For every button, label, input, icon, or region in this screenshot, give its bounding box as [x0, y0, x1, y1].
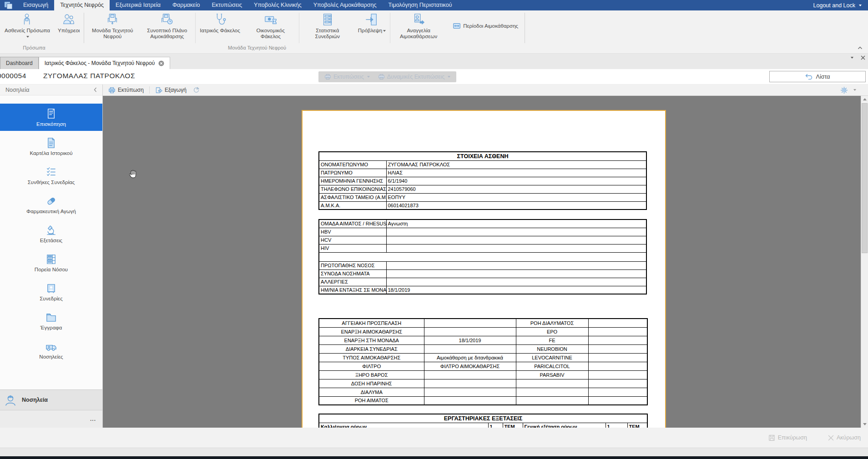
sidebar-item-farmakeutiki-agogi[interactable]: Φαρμακευτική Αγωγή — [0, 191, 102, 218]
table-row: ΗΜΕΡΟΜΗΝΙΑ ΓΕΝΝΗΣΗΣ6/1/1940 — [319, 177, 646, 185]
session-stats-button[interactable]: Στατιστικά Συνεδριών — [300, 12, 355, 44]
medical-info-table: ΟΜΑΔΑ ΑΙΜΑΤΟΣ / RHESUSΑγνωστη HBV HCV HI… — [318, 219, 647, 294]
menu-tab-farmakeio[interactable]: Φαρμακείο — [167, 0, 206, 10]
table-row: ΠΡΩΤΟΠΑΘΗΣ ΝΟΣΟΣ — [319, 261, 646, 269]
ribbon-collapse-chevron-icon[interactable] — [858, 43, 863, 51]
menu-tab-texnitos-nefros[interactable]: Τεχνητός Νεφρός — [54, 0, 110, 10]
table-title: ΕΡΓΑΣΤΗΡΙΑΚΕΣ ΕΞΕΤΑΣΕΙΣ — [319, 414, 647, 423]
forecast-button[interactable]: Πρόβλεψη — [355, 12, 389, 44]
dropdown-caret-icon — [367, 76, 370, 78]
menu-tab-ektyposeis[interactable]: Εκτυπώσεις — [206, 0, 248, 10]
ribbon-divider — [299, 13, 299, 43]
report-viewer[interactable]: ΣΤΟΙΧΕΙΑ ΑΣΘΕΝΗ ΟΝΟΜΑΤΕΠΩΝΥΜΟΖΥΓΟΜΑΛΑΣ Π… — [103, 96, 868, 428]
ribbon-divider — [195, 13, 196, 43]
tab-list-dropdown-icon[interactable] — [851, 57, 853, 59]
tab-medical-file[interactable]: Ιατρικός Φάκελος - Μονάδα Τεχνητού Νεφρο… — [39, 57, 171, 69]
refresh-icon[interactable] — [191, 85, 202, 95]
ribbon: Ασθενείς Πρόσωπα Υπόχρεοι Μονάδα Τεχνητο… — [0, 10, 868, 54]
hospitalizations-icon — [45, 340, 57, 353]
session-stats-icon — [321, 13, 334, 26]
bottom-strip — [0, 456, 868, 459]
print-actions-disabled: Εκτυπώσεις Δυναμικές Εκτυπώσεις — [318, 71, 456, 82]
ribbon-group-label: Πρόσωπα — [0, 45, 68, 50]
button-label: Ιατρικός Φάκελος — [200, 28, 240, 33]
dialysis-announcement-icon — [412, 13, 425, 26]
sidebar-item-nosileies[interactable]: Νοσηλείες — [0, 336, 102, 364]
scroll-down-icon[interactable] — [861, 421, 868, 428]
sidebar-item-kartela-istorikou[interactable]: Καρτέλα Ιστορικού — [0, 133, 102, 160]
printer-icon — [378, 74, 385, 80]
button-label: Οικονομικός Φάκελος — [257, 28, 285, 39]
button-label: Δυναμικές Εκτυπώσεις — [387, 74, 445, 80]
table-row: ΑΓΓΕΙΑΚΗ ΠΡΟΣΠΕΛΑΣΗΡΟΗ ΔΙΑΛΥΜΑΤΟΣ — [319, 319, 647, 327]
sidebar-item-label: Πορεία Νόσου — [35, 267, 68, 272]
menu-tab-exoterika-iatreia[interactable]: Εξωτερικά Ιατρεία — [110, 0, 167, 10]
financial-file-button[interactable]: Οικονομικός Φάκελος — [243, 12, 298, 44]
financial-file-icon — [264, 13, 278, 26]
sidebar-item-exetaseis[interactable]: Εξετάσεις — [0, 220, 102, 247]
app-icon[interactable] — [0, 0, 17, 10]
button-label: Πρόβλεψη — [358, 28, 382, 33]
lab-tests-icon — [45, 224, 57, 236]
close-document-icon[interactable] — [861, 55, 865, 60]
sidebar-item-label: Έγγραφα — [40, 325, 62, 330]
dialysis-unit-button[interactable]: Μονάδα Τεχνητού Νεφρού — [85, 12, 140, 44]
dynamic-prints-button[interactable]: Δυναμικές Εκτυπώσεις — [374, 74, 455, 80]
sidebar-nav: Επισκόπηση Καρτέλα Ιστορικού Συνθήκες Συ… — [0, 104, 102, 365]
disease-course-icon — [45, 253, 57, 265]
report-page: ΣΤΟΙΧΕΙΑ ΑΣΘΕΝΗ ΟΝΟΜΑΤΕΠΩΝΥΜΟΖΥΓΟΜΑΛΑΣ Π… — [302, 110, 666, 428]
sidebar-item-synthikes-synedrias[interactable]: Συνθήκες Συνεδρίας — [0, 162, 102, 189]
printer-icon — [108, 87, 116, 94]
menu-tab-ypovoles-klinikis[interactable]: Υποβολές Κλινικής — [248, 0, 308, 10]
scroll-up-icon[interactable] — [861, 96, 868, 103]
cancel-button[interactable]: Ακύρωση — [828, 434, 861, 441]
application-window: Εισαγωγή Τεχνητός Νεφρός Εξωτερικά Ιατρε… — [0, 0, 868, 459]
settings-gear-icon[interactable] — [840, 86, 848, 94]
tab-dashboard[interactable]: Dashboard — [0, 57, 39, 69]
collapse-sidebar-icon[interactable] — [94, 87, 97, 92]
vertical-scrollbar[interactable] — [861, 96, 868, 428]
responsible-persons-icon — [62, 13, 76, 26]
dialysis-plan-button[interactable]: Συνοπτικό Πλάνο Αιμοκάθαρσης — [140, 12, 194, 44]
sidebar-item-episkopisi[interactable]: Επισκόπηση — [0, 104, 102, 131]
menu-tab-ypovoles-aimokatharsis[interactable]: Υποβολές Αιμοκάθαρσης — [308, 0, 383, 10]
dialysis-periods-button[interactable]: Περίοδοι Αιμοκάθαρσης — [450, 21, 521, 31]
sidebar-item-label: Συνεδρίες — [40, 296, 62, 301]
sidebar-item-synedries[interactable]: Συνεδρίες — [0, 278, 102, 305]
table-row: HIV — [319, 244, 646, 252]
sidebar-item-poreia-nosou[interactable]: Πορεία Νόσου — [0, 249, 102, 276]
table-row: ΗΜ/ΝΙΑ ΕΝΤΑΞΗΣ ΣΕ ΜΟΝΑΔΑ18/1/2019 — [319, 286, 646, 294]
dialysis-announcement-button[interactable]: Αναγγελία Αιμοκαθάρσεων — [391, 12, 446, 44]
patients-persons-button[interactable]: Ασθενείς Πρόσωπα — [0, 12, 55, 44]
back-arrow-icon — [805, 74, 813, 80]
table-row: ΠΑΤΡΩΝΥΜΟΗΛΙΑΣ — [319, 169, 646, 177]
confirm-button[interactable]: Επικύρωση — [768, 434, 807, 441]
sidebar-item-eggrafa[interactable]: Έγγραφα — [0, 307, 102, 334]
prints-button[interactable]: Εκτυπώσεις — [320, 74, 374, 80]
table-row: ΦΙΛΤΡΟΦΙΛΤΡΟ ΑΙΜΟΚΑΘΑΡΣΗΣPARICALCITOL — [319, 362, 647, 370]
button-label: Ασθενείς Πρόσωπα — [5, 28, 50, 33]
print-button[interactable]: Εκτύπωση — [106, 85, 146, 95]
menu-tab-eisagogi[interactable]: Εισαγωγή — [17, 0, 54, 10]
title-bar: Εισαγωγή Τεχνητός Νεφρός Εξωτερικά Ιατρε… — [0, 0, 868, 10]
menu-tab-timologisi[interactable]: Τιμολόγηση Περιστατικού — [383, 0, 458, 10]
dialysis-periods-icon — [453, 22, 460, 30]
table-row: ΔΙΑΡΚΕΙΑ ΣΥΝΕΔΡΙΑΣNEUROBION — [319, 344, 647, 353]
sidebar-item-nosileia[interactable]: Νοσηλεία — [0, 390, 102, 410]
export-button[interactable]: Εξαγωγή — [153, 85, 188, 95]
forecast-icon — [365, 13, 378, 26]
button-label: Εκτυπώσεις — [333, 74, 364, 80]
session-conditions-icon — [45, 166, 57, 178]
close-tab-icon[interactable] — [158, 60, 164, 66]
medical-file-button[interactable]: Ιατρικός Φάκελος — [197, 12, 243, 44]
sidebar-overflow-button[interactable]: ... — [0, 410, 102, 428]
ribbon-divider — [84, 13, 84, 43]
responsible-persons-button[interactable]: Υπόχρεοι — [55, 12, 83, 44]
list-button[interactable]: Λίστα — [769, 71, 866, 82]
toolbar-options-dropdown-icon[interactable] — [853, 89, 856, 91]
dropdown-caret-icon — [383, 30, 386, 32]
table-row: ΕΝΑΡΞΗ ΣΤΗ ΜΟΝΑΔΑ18/1/2019FE — [319, 336, 647, 344]
logout-and-lock-button[interactable]: Logout and Lock — [807, 0, 868, 10]
table-row: ΡΟΗ ΑΙΜΑΤΟΣ — [319, 396, 647, 405]
scrollbar-thumb[interactable] — [862, 103, 868, 253]
